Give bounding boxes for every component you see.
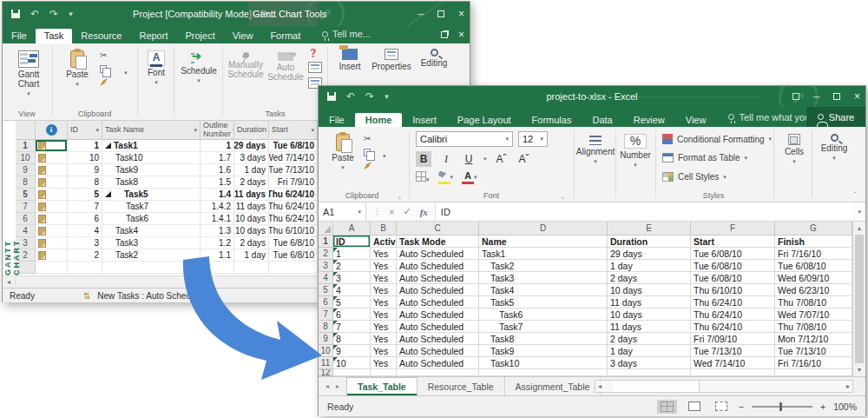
cell-start[interactable]: Wed 7/14/10: [269, 152, 318, 164]
zoom-slider-thumb[interactable]: [779, 402, 782, 411]
paste-button[interactable]: Paste▾: [60, 50, 95, 88]
cell-task-name[interactable]: Task8: [102, 176, 201, 189]
cell-start[interactable]: Thu 6/24/10: [269, 201, 318, 213]
formula-bar-expand-icon[interactable]: ▾: [853, 202, 865, 221]
cell-name[interactable]: Task3: [479, 272, 608, 284]
conditional-formatting-button[interactable]: Conditional Formatting▾: [662, 134, 772, 144]
cell-id[interactable]: 10: [333, 357, 371, 369]
editing-button[interactable]: Editing: [416, 49, 452, 68]
column-header[interactable]: A: [333, 222, 371, 236]
cell-outline-number[interactable]: 1.4.2: [201, 201, 234, 213]
alignment-group-button[interactable]: Alignment▾: [577, 136, 614, 165]
task-name-column-header[interactable]: Task Name▾: [102, 121, 201, 140]
vertical-scrollbar[interactable]: ▴ ▾: [852, 222, 865, 376]
cell-info[interactable]: [36, 237, 68, 249]
scroll-left-icon[interactable]: ◂: [3, 278, 16, 286]
cell-duration[interactable]: 10 days: [234, 213, 269, 225]
cell-info[interactable]: [36, 225, 68, 237]
cell-duration[interactable]: 2 days: [234, 176, 269, 189]
cell-task-name[interactable]: Task3: [102, 237, 201, 249]
excel-ribbon-tab[interactable]: Formulas: [522, 113, 582, 127]
auto-schedule-button[interactable]: Auto Schedule: [266, 52, 305, 82]
column-header[interactable]: G: [775, 222, 852, 236]
fill-color-button[interactable]: ▾: [438, 171, 454, 184]
cell-start[interactable]: Tue 6/08/10: [691, 248, 775, 260]
cell-duration[interactable]: 2 days: [608, 272, 691, 284]
sheet-tab[interactable]: Task_Table: [346, 377, 418, 395]
expand-triangle-icon[interactable]: [105, 191, 111, 197]
cell-name[interactable]: Task5: [479, 296, 608, 309]
cell-info[interactable]: [36, 176, 68, 189]
project-ribbon-tab[interactable]: View: [224, 29, 262, 43]
row-number[interactable]: 5: [16, 189, 36, 201]
cell-g1[interactable]: Finish: [775, 236, 852, 248]
cell-task-mode[interactable]: Auto Scheduled: [397, 345, 479, 357]
cell-info[interactable]: [36, 164, 68, 176]
font-color-button[interactable]: A▾: [462, 170, 477, 184]
page-break-view-button[interactable]: [712, 400, 731, 413]
gantt-chart-button[interactable]: Gantt Chart▾: [10, 50, 48, 97]
cell-id[interactable]: 4: [333, 284, 371, 296]
cell-styles-button[interactable]: Cell Styles▾: [662, 172, 727, 182]
cell-d1[interactable]: Name: [479, 236, 608, 248]
cell-duration[interactable]: 29 days: [234, 140, 269, 152]
paste-button[interactable]: Paste▾: [327, 134, 358, 171]
ribbon-display-options-icon[interactable]: [792, 93, 799, 100]
cell-task-name[interactable]: Task7: [102, 201, 201, 213]
cell-id[interactable]: 5: [68, 189, 102, 201]
cell-finish[interactable]: Wed 6/09/10: [775, 272, 852, 284]
close-icon[interactable]: ×: [854, 90, 860, 103]
sheet-tab[interactable]: Resource_Table: [418, 377, 505, 395]
sheet-horizontal-scrollbar[interactable]: ◂ ▸: [595, 380, 853, 393]
cell-outline-number[interactable]: 1.5: [201, 176, 234, 189]
cell-start[interactable]: Tue 7/13/10: [269, 164, 318, 176]
enter-icon[interactable]: ✓: [403, 206, 411, 217]
undo-icon[interactable]: ↶: [30, 8, 39, 20]
cell-start[interactable]: Tue 6/8/10: [269, 140, 318, 152]
excel-ribbon-tab[interactable]: Review: [623, 113, 675, 127]
manually-schedule-button[interactable]: Manually Schedule: [227, 52, 265, 79]
cell-duration[interactable]: 11 days: [234, 189, 269, 201]
cell-task-name[interactable]: Task1: [102, 140, 201, 152]
zoom-level[interactable]: 100%: [833, 401, 857, 412]
cell-finish[interactable]: Fri 7/16/10: [775, 248, 852, 260]
cell-task-mode[interactable]: Auto Scheduled: [397, 357, 479, 369]
minimize-icon[interactable]: ─: [813, 92, 819, 102]
font-dialog-launcher-icon[interactable]: ⌞: [562, 192, 565, 200]
cell-outline-number[interactable]: 1.4.1: [201, 213, 234, 225]
cell-duration[interactable]: 11 days: [608, 321, 691, 333]
cell-name[interactable]: Task10: [479, 357, 608, 369]
name-box[interactable]: A1 ▾: [319, 202, 366, 221]
cell-finish[interactable]: Mon 7/12/10: [775, 333, 852, 345]
cell-start[interactable]: Fri 7/09/10: [691, 333, 775, 345]
excel-ribbon-tab[interactable]: Home: [355, 113, 403, 127]
font-group-button[interactable]: A Font▾: [141, 50, 171, 86]
cell-duration[interactable]: 1 day: [234, 164, 269, 176]
cell-task-name[interactable]: Task5: [102, 189, 201, 201]
italic-button[interactable]: I: [438, 151, 454, 167]
cell-id[interactable]: 3: [333, 272, 371, 284]
cell-task-mode[interactable]: Auto Scheduled: [397, 248, 479, 260]
cell-task-mode[interactable]: Auto Scheduled: [397, 321, 479, 333]
cell-start[interactable]: Tue 6/8/10: [269, 237, 318, 249]
restore-window-icon[interactable]: [441, 31, 448, 38]
project-ribbon-tab[interactable]: Task: [36, 29, 73, 43]
cell-info[interactable]: [36, 152, 68, 164]
editing-group-button[interactable]: Editing▾: [817, 134, 852, 162]
cell-task-mode[interactable]: Auto Scheduled: [397, 260, 479, 272]
cell-outline-number[interactable]: 1.3: [201, 225, 234, 237]
cell-id[interactable]: 6: [333, 309, 371, 321]
cell-duration[interactable]: 10 days: [608, 284, 691, 296]
zoom-out-icon[interactable]: −: [739, 401, 744, 412]
borders-button[interactable]: ▾: [416, 171, 430, 183]
formula-input[interactable]: ID: [436, 202, 854, 221]
format-painter-icon[interactable]: [100, 78, 108, 86]
outline-number-column-header[interactable]: Outline Number▾: [201, 121, 234, 140]
redo-icon[interactable]: ↷: [49, 8, 58, 20]
row-number[interactable]: 1: [16, 140, 36, 152]
cell-active[interactable]: Yes: [371, 248, 397, 260]
column-header[interactable]: B: [371, 222, 397, 236]
cell-active[interactable]: Yes: [371, 333, 397, 345]
project-ribbon-tab[interactable]: Report: [130, 29, 176, 43]
move-task-icon[interactable]: [308, 62, 322, 73]
